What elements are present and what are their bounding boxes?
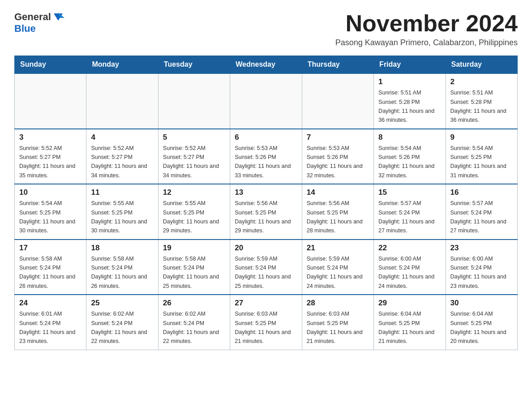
day-number: 9	[450, 133, 513, 142]
calendar-week-5: 24Sunrise: 6:01 AMSunset: 5:24 PMDayligh…	[15, 295, 518, 350]
day-number: 13	[235, 188, 297, 197]
calendar-cell: 13Sunrise: 5:56 AMSunset: 5:25 PMDayligh…	[230, 184, 302, 240]
calendar-cell: 9Sunrise: 5:54 AMSunset: 5:25 PMDaylight…	[446, 129, 517, 184]
day-number: 3	[19, 133, 82, 142]
day-number: 25	[91, 299, 153, 308]
logo-general: General	[14, 12, 51, 22]
subtitle: Pasong Kawayan Primero, Calabarzon, Phil…	[335, 38, 518, 47]
day-number: 11	[91, 188, 153, 197]
day-number: 28	[307, 299, 369, 308]
day-number: 6	[235, 133, 297, 142]
day-number: 2	[450, 77, 513, 86]
day-number: 16	[450, 188, 513, 197]
day-info: Sunrise: 6:00 AMSunset: 5:24 PMDaylight:…	[450, 256, 506, 289]
day-info: Sunrise: 5:53 AMSunset: 5:26 PMDaylight:…	[235, 145, 291, 179]
day-info: Sunrise: 5:51 AMSunset: 5:28 PMDaylight:…	[378, 90, 434, 123]
logo-blue: Blue	[14, 23, 64, 34]
day-info: Sunrise: 5:52 AMSunset: 5:27 PMDaylight:…	[163, 145, 219, 179]
calendar-cell: 26Sunrise: 6:02 AMSunset: 5:24 PMDayligh…	[158, 295, 230, 350]
day-number: 30	[450, 299, 513, 308]
calendar-cell: 2Sunrise: 5:51 AMSunset: 5:28 PMDaylight…	[446, 73, 517, 129]
day-number: 4	[91, 133, 153, 142]
day-number: 1	[378, 77, 441, 86]
day-info: Sunrise: 6:02 AMSunset: 5:24 PMDaylight:…	[163, 311, 219, 344]
day-number: 12	[163, 188, 225, 197]
calendar-cell: 1Sunrise: 5:51 AMSunset: 5:28 PMDaylight…	[374, 73, 446, 129]
day-number: 23	[450, 244, 513, 253]
day-of-week-wednesday: Wednesday	[230, 56, 302, 74]
day-info: Sunrise: 5:55 AMSunset: 5:25 PMDaylight:…	[91, 200, 147, 234]
calendar-cell: 24Sunrise: 6:01 AMSunset: 5:24 PMDayligh…	[15, 295, 86, 350]
calendar-cell: 29Sunrise: 6:04 AMSunset: 5:25 PMDayligh…	[374, 295, 446, 350]
day-info: Sunrise: 6:03 AMSunset: 5:25 PMDaylight:…	[235, 311, 291, 344]
day-info: Sunrise: 5:56 AMSunset: 5:25 PMDaylight:…	[235, 200, 291, 234]
day-number: 24	[19, 299, 82, 308]
calendar-cell: 8Sunrise: 5:54 AMSunset: 5:26 PMDaylight…	[374, 129, 446, 184]
calendar-cell	[158, 73, 230, 129]
calendar-cell: 25Sunrise: 6:02 AMSunset: 5:24 PMDayligh…	[86, 295, 158, 350]
calendar-cell: 30Sunrise: 6:04 AMSunset: 5:25 PMDayligh…	[446, 295, 517, 350]
day-number: 15	[378, 188, 441, 197]
calendar-cell: 10Sunrise: 5:54 AMSunset: 5:25 PMDayligh…	[15, 184, 86, 240]
day-info: Sunrise: 5:58 AMSunset: 5:24 PMDaylight:…	[91, 256, 147, 289]
logo: General Blue	[14, 11, 64, 34]
calendar-cell: 21Sunrise: 5:59 AMSunset: 5:24 PMDayligh…	[302, 240, 373, 295]
day-number: 7	[307, 133, 369, 142]
day-info: Sunrise: 5:58 AMSunset: 5:24 PMDaylight:…	[163, 256, 219, 289]
day-info: Sunrise: 5:57 AMSunset: 5:24 PMDaylight:…	[378, 200, 434, 234]
day-number: 21	[307, 244, 369, 253]
day-number: 19	[163, 244, 225, 253]
calendar-table: SundayMondayTuesdayWednesdayThursdayFrid…	[14, 56, 518, 350]
day-number: 29	[378, 299, 441, 308]
day-of-week-saturday: Saturday	[446, 56, 517, 74]
calendar-cell: 6Sunrise: 5:53 AMSunset: 5:26 PMDaylight…	[230, 129, 302, 184]
calendar-cell: 16Sunrise: 5:57 AMSunset: 5:24 PMDayligh…	[446, 184, 517, 240]
month-title: November 2024	[335, 11, 518, 36]
calendar-cell: 15Sunrise: 5:57 AMSunset: 5:24 PMDayligh…	[374, 184, 446, 240]
day-number: 27	[235, 299, 297, 308]
calendar-cell: 22Sunrise: 6:00 AMSunset: 5:24 PMDayligh…	[374, 240, 446, 295]
day-info: Sunrise: 5:59 AMSunset: 5:24 PMDaylight:…	[307, 256, 363, 289]
calendar-week-4: 17Sunrise: 5:58 AMSunset: 5:24 PMDayligh…	[15, 240, 518, 295]
calendar-week-3: 10Sunrise: 5:54 AMSunset: 5:25 PMDayligh…	[15, 184, 518, 240]
day-info: Sunrise: 5:52 AMSunset: 5:27 PMDaylight:…	[91, 145, 147, 179]
day-of-week-sunday: Sunday	[15, 56, 86, 74]
day-of-week-tuesday: Tuesday	[158, 56, 230, 74]
calendar-cell: 4Sunrise: 5:52 AMSunset: 5:27 PMDaylight…	[86, 129, 158, 184]
day-number: 17	[19, 244, 82, 253]
day-info: Sunrise: 6:03 AMSunset: 5:25 PMDaylight:…	[307, 311, 363, 344]
calendar-cell: 11Sunrise: 5:55 AMSunset: 5:25 PMDayligh…	[86, 184, 158, 240]
day-info: Sunrise: 5:54 AMSunset: 5:26 PMDaylight:…	[378, 145, 434, 179]
day-info: Sunrise: 5:55 AMSunset: 5:25 PMDaylight:…	[163, 200, 219, 234]
day-info: Sunrise: 5:59 AMSunset: 5:24 PMDaylight:…	[235, 256, 291, 289]
calendar-cell: 14Sunrise: 5:56 AMSunset: 5:25 PMDayligh…	[302, 184, 373, 240]
day-info: Sunrise: 5:56 AMSunset: 5:25 PMDaylight:…	[307, 200, 363, 234]
day-info: Sunrise: 5:54 AMSunset: 5:25 PMDaylight:…	[450, 145, 506, 179]
calendar-cell	[86, 73, 158, 129]
day-number: 26	[163, 299, 225, 308]
calendar-cell: 12Sunrise: 5:55 AMSunset: 5:25 PMDayligh…	[158, 184, 230, 240]
day-info: Sunrise: 6:04 AMSunset: 5:25 PMDaylight:…	[378, 311, 434, 344]
calendar-cell: 27Sunrise: 6:03 AMSunset: 5:25 PMDayligh…	[230, 295, 302, 350]
day-info: Sunrise: 5:57 AMSunset: 5:24 PMDaylight:…	[450, 200, 506, 234]
day-of-week-friday: Friday	[374, 56, 446, 74]
day-of-week-thursday: Thursday	[302, 56, 373, 74]
day-info: Sunrise: 6:00 AMSunset: 5:24 PMDaylight:…	[378, 256, 434, 289]
calendar-cell: 7Sunrise: 5:53 AMSunset: 5:26 PMDaylight…	[302, 129, 373, 184]
page-header: General Blue November 2024 Pasong Kawaya…	[14, 11, 518, 47]
calendar-cell: 20Sunrise: 5:59 AMSunset: 5:24 PMDayligh…	[230, 240, 302, 295]
calendar-week-2: 3Sunrise: 5:52 AMSunset: 5:27 PMDaylight…	[15, 129, 518, 184]
calendar-cell	[15, 73, 86, 129]
day-number: 5	[163, 133, 225, 142]
day-info: Sunrise: 6:04 AMSunset: 5:25 PMDaylight:…	[450, 311, 506, 344]
calendar-cell: 19Sunrise: 5:58 AMSunset: 5:24 PMDayligh…	[158, 240, 230, 295]
calendar-cell: 28Sunrise: 6:03 AMSunset: 5:25 PMDayligh…	[302, 295, 373, 350]
day-info: Sunrise: 5:54 AMSunset: 5:25 PMDaylight:…	[19, 200, 75, 234]
calendar-cell	[302, 73, 373, 129]
logo-icon	[52, 11, 64, 23]
day-info: Sunrise: 5:53 AMSunset: 5:26 PMDaylight:…	[307, 145, 363, 179]
day-number: 20	[235, 244, 297, 253]
day-number: 18	[91, 244, 153, 253]
day-number: 14	[307, 188, 369, 197]
day-info: Sunrise: 6:02 AMSunset: 5:24 PMDaylight:…	[91, 311, 147, 344]
